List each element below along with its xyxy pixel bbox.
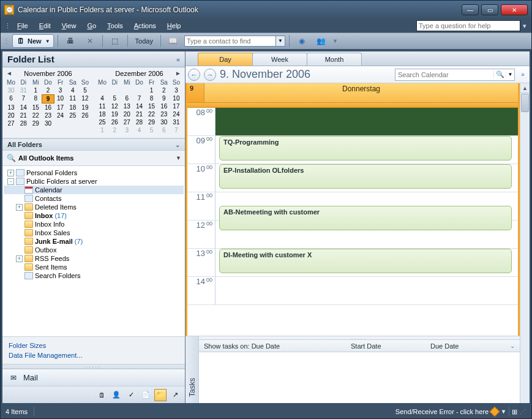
menu-edit[interactable]: Edit bbox=[34, 21, 56, 31]
calendar-day[interactable]: 8 bbox=[29, 94, 42, 104]
appointment[interactable]: TQ-Programming bbox=[219, 136, 512, 160]
scroll-thumb[interactable] bbox=[521, 94, 529, 112]
time-slot[interactable] bbox=[215, 277, 518, 304]
calendar-day[interactable]: 31 bbox=[170, 118, 182, 126]
contact-search-input[interactable] bbox=[184, 36, 276, 47]
help-dropdown[interactable]: ▾ bbox=[522, 22, 528, 30]
nav-shortcuts-icon[interactable]: ↗ bbox=[169, 389, 181, 401]
calendar-day[interactable]: 6 bbox=[5, 94, 17, 104]
calendar-day[interactable]: 28 bbox=[133, 118, 145, 126]
today-button[interactable]: Today bbox=[132, 34, 157, 48]
tree-item-inbox-info[interactable]: Inbox Info bbox=[4, 220, 184, 228]
calendar-day[interactable]: 29 bbox=[29, 119, 42, 127]
calendar-day[interactable]: 2 bbox=[42, 86, 54, 94]
tasks-label[interactable]: Tasks bbox=[185, 336, 199, 403]
calendar-day[interactable]: 23 bbox=[42, 111, 54, 119]
calendar-day[interactable]: 25 bbox=[96, 118, 108, 126]
calendar-day[interactable]: 5 bbox=[79, 86, 91, 94]
tree-toggle-icon[interactable]: - bbox=[7, 178, 14, 185]
calendar-day[interactable]: 22 bbox=[29, 111, 42, 119]
calendar-day[interactable]: 26 bbox=[108, 118, 121, 126]
calendar-day[interactable]: 9 bbox=[158, 94, 170, 102]
tree-item-junk-e-mail[interactable]: Junk E-mail (7) bbox=[4, 237, 184, 246]
calendar-day[interactable]: 14 bbox=[133, 102, 145, 110]
calendar-day[interactable]: 1 bbox=[29, 86, 42, 94]
calendar-day[interactable]: 28 bbox=[17, 119, 29, 127]
calendar-search-input[interactable] bbox=[395, 70, 493, 79]
chevron-icon[interactable]: ⌄ bbox=[175, 142, 180, 148]
calendar-day[interactable]: 24 bbox=[170, 110, 182, 118]
menu-file[interactable]: File bbox=[12, 21, 33, 31]
calendar-day[interactable]: 1 bbox=[96, 126, 108, 134]
menu-tools[interactable]: Tools bbox=[102, 21, 128, 31]
tab-day[interactable]: Day bbox=[198, 53, 253, 66]
mail-nav-button[interactable]: ✉ Mail bbox=[2, 369, 185, 386]
calendar-day[interactable]: 19 bbox=[79, 104, 91, 111]
maximize-button[interactable]: ▭ bbox=[481, 4, 498, 15]
warning-icon[interactable] bbox=[490, 407, 500, 417]
menu-view[interactable]: View bbox=[57, 21, 81, 31]
calendar-day[interactable]: 20 bbox=[121, 110, 133, 118]
calendar-day[interactable]: 29 bbox=[146, 118, 158, 126]
next-month-icon[interactable]: ► bbox=[175, 70, 181, 77]
send-receive-error[interactable]: Send/Receive Error - click here bbox=[395, 408, 489, 415]
calendar-day[interactable]: 21 bbox=[17, 111, 29, 119]
appointment[interactable]: DI-Meeting with customer X bbox=[219, 249, 512, 273]
error-dropdown[interactable]: ▼ bbox=[501, 409, 506, 415]
tree-item-sent-items[interactable]: Sent Items bbox=[4, 263, 184, 271]
delete-button[interactable]: ✕ bbox=[81, 34, 99, 48]
minimize-button[interactable]: — bbox=[462, 4, 479, 15]
tree-item-rss-feeds[interactable]: +RSS Feeds bbox=[4, 254, 184, 263]
tree-item-inbox[interactable]: Inbox (17) bbox=[4, 211, 184, 220]
close-button[interactable]: ✕ bbox=[501, 4, 528, 15]
splitter[interactable]: ····· bbox=[2, 364, 185, 369]
calendar-day[interactable]: 16 bbox=[42, 104, 54, 111]
calendar-day[interactable]: 4 bbox=[133, 126, 145, 134]
calendar-day[interactable]: 13 bbox=[121, 102, 133, 110]
calendar-day[interactable]: 15 bbox=[29, 104, 42, 111]
calendar-day[interactable] bbox=[108, 86, 121, 94]
calendar-day[interactable]: 18 bbox=[96, 110, 108, 118]
calendar-day[interactable]: 2 bbox=[158, 86, 170, 94]
next-day-button[interactable]: → bbox=[204, 69, 216, 81]
calendar-day[interactable]: 4 bbox=[96, 94, 108, 102]
prev-day-button[interactable]: ← bbox=[188, 69, 200, 81]
calendar-day[interactable]: 24 bbox=[54, 111, 67, 119]
all-folders-header[interactable]: All Folders bbox=[7, 141, 42, 148]
calendar-day[interactable]: 10 bbox=[54, 94, 67, 104]
toolbar-overflow[interactable]: ▼ bbox=[332, 38, 338, 44]
calendar-day[interactable] bbox=[96, 86, 108, 94]
tree-item-inbox-sales[interactable]: Inbox Sales bbox=[4, 228, 184, 237]
tree-item-outbox[interactable]: Outbox bbox=[4, 246, 184, 254]
calendar-day[interactable]: 14 bbox=[17, 104, 29, 111]
calendar-day[interactable]: 3 bbox=[54, 86, 67, 94]
calendar-day[interactable]: 20 bbox=[5, 111, 17, 119]
calendar-day[interactable]: 11 bbox=[67, 94, 79, 104]
calendar-day[interactable]: 30 bbox=[42, 119, 54, 127]
tree-item-search-folders[interactable]: Search Folders bbox=[4, 271, 184, 280]
expand-todo-bar[interactable]: » bbox=[519, 71, 527, 78]
calendar-day[interactable] bbox=[121, 86, 133, 94]
calendar-day[interactable]: 25 bbox=[67, 111, 79, 119]
calendar-day[interactable]: 12 bbox=[108, 102, 121, 110]
mini-calendar-dec[interactable]: Dezember 2006► MoDiMiDoFrSaSo 1234567891… bbox=[94, 67, 185, 138]
mini-calendar-nov[interactable]: ◄November 2006 MoDiMiDoFrSaSo 3031123456… bbox=[2, 67, 94, 138]
all-items-dropdown[interactable]: ▼ bbox=[176, 155, 181, 161]
task-start-col[interactable]: Start Date bbox=[351, 342, 406, 350]
calendar-day[interactable]: 30 bbox=[158, 118, 170, 126]
calendar-day[interactable]: 10 bbox=[170, 94, 182, 102]
connection-icon[interactable]: ⊞ bbox=[512, 408, 517, 416]
tree-toggle-icon[interactable]: + bbox=[16, 204, 23, 211]
new-button[interactable]: 🗓New▼ bbox=[12, 34, 54, 48]
collapse-pane-button[interactable]: « bbox=[176, 56, 180, 63]
calendar-day[interactable]: 7 bbox=[170, 126, 182, 134]
calendar-day[interactable]: 22 bbox=[146, 110, 158, 118]
calendar-day[interactable]: 16 bbox=[158, 102, 170, 110]
tree-item-deleted-items[interactable]: +Deleted Items bbox=[4, 203, 184, 211]
calendar-day[interactable]: 27 bbox=[121, 118, 133, 126]
time-grid[interactable]: 0800090010001100120013001400TQ-Programmi… bbox=[187, 108, 518, 336]
calendar-day[interactable] bbox=[54, 119, 67, 127]
data-file-mgmt-link[interactable]: Data File Management... bbox=[9, 350, 179, 360]
calendar-day[interactable]: 8 bbox=[146, 94, 158, 102]
tree-item-contacts[interactable]: Contacts bbox=[4, 194, 184, 203]
